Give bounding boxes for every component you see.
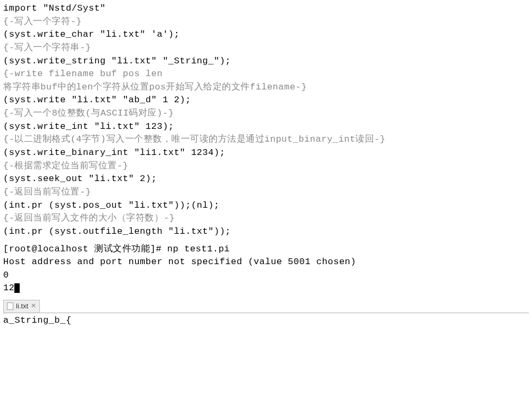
code-comment: {-写入一个字符-} xyxy=(3,15,529,29)
code-line: (syst.write_char "li.txt" 'a'); xyxy=(3,28,529,42)
code-line: (syst.write_string "li.txt" "_String_"); xyxy=(3,55,529,68)
code-comment: {-以二进制格式(4字节)写入一个整数，唯一可读的方法是通过input_bina… xyxy=(3,133,529,146)
cursor-icon xyxy=(14,283,20,293)
code-comment: {-写入一个字符串-} xyxy=(3,42,529,55)
file-tab[interactable]: li.txt ✕ xyxy=(3,300,40,313)
code-comment: {-返回当前写入文件的大小（字符数）-} xyxy=(3,212,529,225)
code-comment: {-返回当前写位置-} xyxy=(3,186,529,199)
code-line: (int.pr (syst.outfile_length "li.txt")); xyxy=(3,225,529,239)
code-comment: {-write filename buf pos len xyxy=(3,68,529,81)
tab-bar: li.txt ✕ xyxy=(3,299,529,313)
terminal-line: 0 xyxy=(3,269,529,282)
code-line: (syst.write "li.txt" "ab_d" 1 2); xyxy=(3,94,529,107)
code-line: (syst.seek_out "li.txt" 2); xyxy=(3,173,529,186)
terminal-line: 12 xyxy=(3,282,529,295)
code-line: (int.pr (syst.pos_out "li.txt"));(nl); xyxy=(3,199,529,212)
code-block: import "Nstd/Syst" {-写入一个字符-} (syst.writ… xyxy=(3,2,529,239)
file-icon xyxy=(7,302,13,310)
terminal-prompt: [root@localhost 测试文件功能]# np test1.pi xyxy=(3,243,529,256)
close-icon[interactable]: ✕ xyxy=(31,301,36,310)
code-line: (syst.write_binary_int "li1.txt" 1234); xyxy=(3,146,529,160)
code-line: (syst.write_int "li.txt" 123); xyxy=(3,120,529,134)
code-line: import "Nstd/Syst" xyxy=(3,2,529,15)
terminal-line: Host address and port number not specifi… xyxy=(3,256,529,269)
code-comment: 将字符串buf中的len个字符从位置pos开始写入给定的文件filename-} xyxy=(3,81,529,94)
code-comment: {-根据需求定位当前写位置-} xyxy=(3,160,529,173)
tab-filename: li.txt xyxy=(16,301,28,312)
file-content: a_String_b_{ xyxy=(3,313,529,328)
code-comment: {-写入一个8位整数(与ASCII码对应)-} xyxy=(3,107,529,120)
terminal-output: [root@localhost 测试文件功能]# np test1.pi Hos… xyxy=(3,243,529,296)
